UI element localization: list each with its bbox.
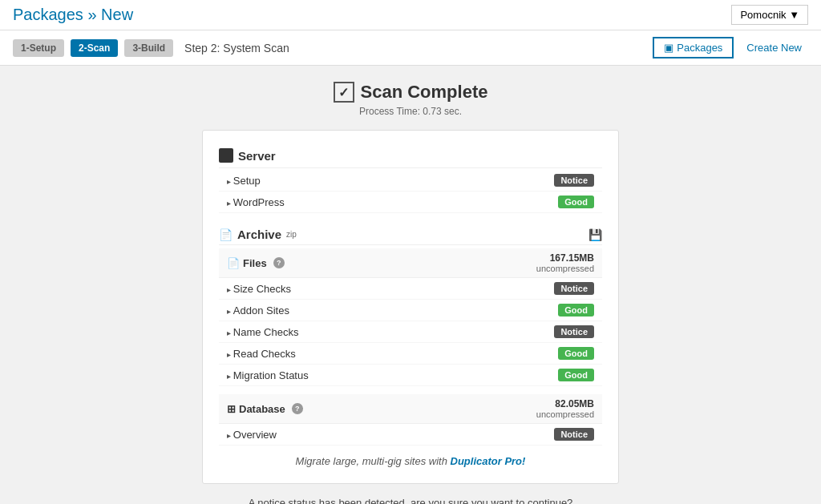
size-checks-badge: Notice bbox=[554, 282, 594, 295]
addon-sites-badge: Good bbox=[558, 304, 594, 317]
duplicator-pro-link[interactable]: Duplicator Pro! bbox=[451, 455, 526, 467]
archive-zip-label: zip bbox=[286, 230, 297, 239]
files-title: 📄 Files ? bbox=[227, 257, 285, 269]
step-bar-actions: ▣ Packages Create New bbox=[653, 37, 808, 58]
files-doc-icon: 📄 bbox=[227, 257, 240, 269]
step-3-pill[interactable]: 3-Build bbox=[124, 39, 173, 57]
server-setup-label: Setup bbox=[227, 175, 261, 187]
database-grid-icon: ⊞ bbox=[227, 403, 236, 415]
scan-panel: Server Setup Notice WordPress Good 📄 Arc… bbox=[202, 130, 619, 484]
server-wordpress-row[interactable]: WordPress Good bbox=[219, 192, 602, 213]
server-wordpress-badge: Good bbox=[558, 196, 594, 208]
database-size-sub: uncompressed bbox=[536, 409, 594, 419]
server-icon bbox=[219, 148, 233, 163]
files-size-sub: uncompressed bbox=[536, 264, 594, 273]
archive-section-header: 📄 Archive zip 💾 bbox=[219, 224, 602, 245]
migration-status-row[interactable]: Migration Status Good bbox=[219, 365, 602, 386]
server-setup-row[interactable]: Setup Notice bbox=[219, 170, 602, 192]
read-checks-row[interactable]: Read Checks Good bbox=[219, 343, 602, 365]
database-size-value: 82.05MB bbox=[536, 398, 594, 409]
database-title: ⊞ Database ? bbox=[227, 403, 303, 415]
packages-button[interactable]: ▣ Packages bbox=[653, 37, 734, 58]
archive-title: 📄 Archive zip bbox=[219, 228, 297, 241]
archive-disk-icon: 💾 bbox=[588, 228, 602, 241]
files-title-text: Files bbox=[243, 257, 267, 269]
scan-complete-header: ✓ Scan Complete Process Time: 0.73 sec. bbox=[24, 82, 797, 117]
migration-status-badge: Good bbox=[558, 369, 594, 381]
archive-title-text: Archive bbox=[237, 228, 281, 241]
files-info-icon[interactable]: ? bbox=[273, 257, 285, 268]
create-new-button[interactable]: Create New bbox=[740, 37, 808, 58]
database-items: Overview Notice bbox=[219, 424, 602, 446]
step-1-pill[interactable]: 1-Setup bbox=[13, 39, 64, 57]
current-step-label: Step 2: System Scan bbox=[184, 42, 289, 54]
archive-items: Size Checks Notice Addon Sites Good Name… bbox=[219, 278, 602, 386]
server-wordpress-label: WordPress bbox=[227, 196, 285, 208]
breadcrumb-new: New bbox=[101, 6, 133, 23]
page-title: Packages » New bbox=[13, 6, 133, 24]
read-checks-badge: Good bbox=[558, 347, 594, 360]
size-checks-row[interactable]: Size Checks Notice bbox=[219, 278, 602, 300]
database-size: 82.05MB uncompressed bbox=[536, 398, 594, 419]
main-content: ✓ Scan Complete Process Time: 0.73 sec. … bbox=[0, 66, 821, 504]
process-time: Process Time: 0.73 sec. bbox=[24, 106, 797, 117]
files-size-value: 167.15MB bbox=[536, 252, 594, 264]
migration-status-label: Migration Status bbox=[227, 369, 309, 381]
addon-sites-row[interactable]: Addon Sites Good bbox=[219, 300, 602, 321]
server-setup-badge: Notice bbox=[554, 174, 594, 187]
database-header: ⊞ Database ? 82.05MB uncompressed bbox=[219, 394, 602, 424]
scan-complete-title: ✓ Scan Complete bbox=[24, 82, 797, 103]
packages-icon: ▣ bbox=[664, 42, 673, 54]
overview-badge: Notice bbox=[554, 428, 594, 441]
server-title-text: Server bbox=[238, 149, 276, 163]
files-header: 📄 Files ? 167.15MB uncompressed bbox=[219, 248, 602, 278]
name-checks-row[interactable]: Name Checks Notice bbox=[219, 321, 602, 343]
notice-section: A notice status has been detected, are y… bbox=[24, 497, 797, 504]
overview-row[interactable]: Overview Notice bbox=[219, 424, 602, 446]
read-checks-label: Read Checks bbox=[227, 348, 296, 360]
migrate-promo: Migrate large, multi-gig sites with Dupl… bbox=[219, 446, 602, 470]
breadcrumb-separator: » bbox=[83, 6, 101, 23]
archive-doc-icon: 📄 bbox=[219, 228, 233, 241]
database-section: ⊞ Database ? 82.05MB uncompressed Overvi… bbox=[219, 394, 602, 446]
server-section-header: Server bbox=[219, 143, 602, 168]
scan-complete-text: Scan Complete bbox=[361, 82, 488, 103]
migrate-promo-text-before: Migrate large, multi-gig sites with bbox=[296, 455, 451, 467]
database-info-icon[interactable]: ? bbox=[292, 403, 303, 414]
archive-section: 📄 Archive zip 💾 📄 Files ? 167.15MB uncom… bbox=[219, 224, 602, 386]
checkmark-icon: ✓ bbox=[334, 82, 354, 103]
step-2-pill[interactable]: 2-Scan bbox=[71, 39, 118, 57]
server-title: Server bbox=[219, 148, 276, 163]
name-checks-label: Name Checks bbox=[227, 326, 298, 338]
user-menu-button[interactable]: Pomocnik ▼ bbox=[731, 5, 808, 25]
name-checks-badge: Notice bbox=[554, 325, 594, 338]
database-title-text: Database bbox=[239, 403, 285, 415]
files-size: 167.15MB uncompressed bbox=[536, 252, 594, 273]
notice-text: A notice status has been detected, are y… bbox=[24, 497, 797, 504]
addon-sites-label: Addon Sites bbox=[227, 304, 289, 317]
top-bar: Packages » New Pomocnik ▼ bbox=[0, 0, 821, 30]
server-items: Setup Notice WordPress Good bbox=[219, 170, 602, 213]
size-checks-label: Size Checks bbox=[227, 283, 291, 295]
breadcrumb-packages: Packages bbox=[13, 6, 83, 23]
step-bar: 1-Setup 2-Scan 3-Build Step 2: System Sc… bbox=[0, 30, 821, 66]
overview-label: Overview bbox=[227, 429, 277, 441]
packages-button-label: Packages bbox=[677, 42, 722, 54]
